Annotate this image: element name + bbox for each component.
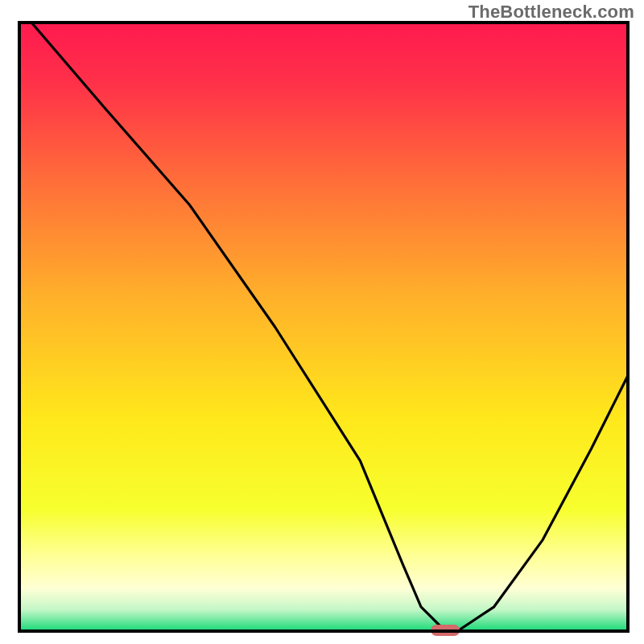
watermark-text: TheBottleneck.com	[469, 2, 634, 23]
bottleneck-chart: TheBottleneck.com	[0, 0, 644, 644]
chart-svg	[0, 0, 644, 644]
